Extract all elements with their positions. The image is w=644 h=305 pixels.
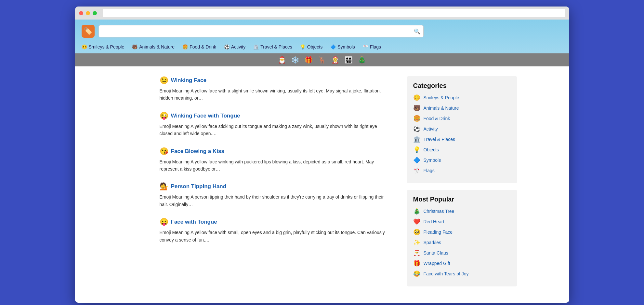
popular-santa-claus[interactable]: 🎅 Santa Claus — [413, 249, 511, 256]
cat-animals-emoji: 🐻 — [413, 104, 420, 112]
result-link-4[interactable]: Face with Tongue — [171, 219, 217, 225]
popular-pleading-face[interactable]: 🥺 Pleading Face — [413, 229, 511, 236]
search-input[interactable]: wink — [99, 25, 424, 37]
result-link-0[interactable]: Winking Face — [171, 77, 206, 84]
result-link-1[interactable]: Winking Face with Tongue — [171, 113, 240, 119]
sidebar-cat-smileys[interactable]: 😊 Smileys & People — [413, 94, 511, 101]
popular-emoji-4: 🎅 — [413, 249, 420, 256]
cat-flags-link[interactable]: Flags — [424, 168, 435, 173]
search-row: 🏷️ wink 🔍 — [82, 25, 563, 38]
smileys-emoji: 😊 — [82, 44, 87, 49]
sidebar-cat-symbols[interactable]: 🔷 Symbols — [413, 157, 511, 164]
maximize-button[interactable] — [93, 11, 97, 15]
main-nav: 😊 Smileys & People 🐻 Animals & Nature 🍔 … — [82, 42, 563, 53]
cat-objects-emoji: 💡 — [413, 146, 420, 153]
cat-activity-link[interactable]: Activity — [424, 126, 438, 132]
nav-flags[interactable]: 🎌 Flags — [363, 44, 381, 51]
result-link-2[interactable]: Face Blowing a Kiss — [171, 148, 224, 155]
popular-face-tears-joy[interactable]: 😂 Face with Tears of Joy — [413, 270, 511, 277]
search-box: wink 🔍 — [99, 25, 424, 37]
popular-emoji-1: ❤️ — [413, 218, 420, 225]
cat-travel-emoji: 🏛️ — [413, 136, 420, 143]
popular-red-heart[interactable]: ❤️ Red Heart — [413, 218, 511, 225]
popular-wrapped-gift[interactable]: 🎁 Wrapped Gift — [413, 260, 511, 267]
result-winking-face: 😉 Winking Face Emoji Meaning A yellow fa… — [160, 76, 387, 102]
popular-link-2[interactable]: Pleading Face — [424, 229, 453, 235]
nav-activity-label: Activity — [231, 44, 245, 49]
result-desc-2: Emoji Meaning A yellow face winking with… — [160, 158, 387, 173]
close-button[interactable] — [79, 11, 83, 15]
results-area: 😉 Winking Face Emoji Meaning A yellow fa… — [160, 76, 387, 293]
sidebar-cat-travel[interactable]: 🏛️ Travel & Places — [413, 136, 511, 143]
popular-title: Most Popular — [413, 196, 511, 203]
result-face-with-tongue: 😛 Face with Tongue Emoji Meaning A yello… — [160, 218, 387, 243]
popular-emoji-6: 😂 — [413, 270, 420, 277]
objects-emoji: 💡 — [300, 44, 306, 49]
cat-flags-emoji: 🎌 — [413, 167, 420, 174]
result-winking-face-tongue: 😜 Winking Face with Tongue Emoji Meaning… — [160, 112, 387, 137]
popular-link-3[interactable]: Sparkles — [424, 240, 441, 245]
activity-bar-emoji-1[interactable]: ❄️ — [291, 56, 299, 64]
result-emoji-3: 💁 — [160, 182, 168, 191]
popular-link-5[interactable]: Wrapped Gift — [424, 261, 450, 266]
popular-sparkles[interactable]: ✨ Sparkles — [413, 239, 511, 246]
popular-link-4[interactable]: Santa Claus — [424, 250, 448, 256]
minimize-button[interactable] — [86, 11, 90, 15]
cat-smileys-emoji: 😊 — [413, 94, 420, 101]
categories-box: Categories 😊 Smileys & People 🐻 Animals … — [407, 76, 517, 183]
activity-bar: 🎅 ❄️ 🎁 🦌 🤶 👨‍👩‍👧‍👦 🎄 — [75, 53, 569, 66]
popular-box: Most Popular 🎄 Christmas Tree ❤️ Red Hea… — [407, 190, 517, 286]
sidebar-cat-food[interactable]: 🍔 Food & Drink — [413, 115, 511, 122]
popular-link-1[interactable]: Red Heart — [424, 219, 444, 224]
cat-objects-link[interactable]: Objects — [424, 147, 439, 152]
sidebar-cat-objects[interactable]: 💡 Objects — [413, 146, 511, 153]
activity-bar-emoji-4[interactable]: 🤶 — [331, 56, 339, 64]
nav-smileys[interactable]: 😊 Smileys & People — [82, 44, 125, 51]
popular-link-0[interactable]: Christmas Tree — [424, 209, 454, 214]
cat-animals-link[interactable]: Animals & Nature — [424, 105, 459, 111]
result-desc-4: Emoji Meaning A yellow face with small, … — [160, 229, 387, 243]
result-emoji-1: 😜 — [160, 112, 168, 120]
popular-christmas-tree[interactable]: 🎄 Christmas Tree — [413, 208, 511, 215]
activity-bar-emoji-5[interactable]: 👨‍👩‍👧‍👦 — [345, 56, 353, 64]
result-desc-1: Emoji Meaning A yellow face sticking out… — [160, 123, 387, 137]
nav-food[interactable]: 🍔 Food & Drink — [182, 44, 216, 51]
cat-food-link[interactable]: Food & Drink — [424, 116, 450, 121]
search-button[interactable]: 🔍 — [414, 28, 420, 35]
result-title-4: 😛 Face with Tongue — [160, 218, 387, 226]
nav-smileys-label: Smileys & People — [89, 44, 125, 49]
travel-emoji: 🏛️ — [253, 44, 259, 49]
cat-food-emoji: 🍔 — [413, 115, 420, 122]
animals-emoji: 🐻 — [132, 44, 138, 49]
activity-bar-emoji-2[interactable]: 🎁 — [305, 56, 313, 64]
cat-symbols-link[interactable]: Symbols — [424, 158, 441, 163]
nav-animals[interactable]: 🐻 Animals & Nature — [132, 44, 175, 51]
popular-emoji-5: 🎁 — [413, 260, 420, 267]
nav-objects-label: Objects — [307, 44, 322, 49]
url-bar[interactable] — [103, 9, 565, 17]
cat-smileys-link[interactable]: Smileys & People — [424, 95, 459, 100]
nav-travel[interactable]: 🏛️ Travel & Places — [253, 44, 292, 51]
nav-activity[interactable]: ⚽ Activity — [224, 44, 245, 51]
cat-symbols-emoji: 🔷 — [413, 157, 420, 164]
result-title-3: 💁 Person Tipping Hand — [160, 182, 387, 191]
activity-bar-emoji-6[interactable]: 🎄 — [358, 56, 366, 64]
flags-emoji: 🎌 — [363, 44, 368, 49]
sidebar-cat-activity[interactable]: ⚽ Activity — [413, 125, 511, 132]
cat-travel-link[interactable]: Travel & Places — [424, 137, 455, 142]
symbols-emoji: 🔷 — [330, 44, 336, 49]
result-desc-0: Emoji Meaning A yellow face with a sligh… — [160, 87, 387, 102]
sidebar-cat-flags[interactable]: 🎌 Flags — [413, 167, 511, 174]
popular-link-6[interactable]: Face with Tears of Joy — [424, 271, 469, 276]
activity-bar-emoji-0[interactable]: 🎅 — [278, 56, 286, 64]
cat-activity-emoji: ⚽ — [413, 125, 420, 132]
popular-emoji-0: 🎄 — [413, 208, 420, 215]
sidebar-cat-animals[interactable]: 🐻 Animals & Nature — [413, 104, 511, 112]
result-title-1: 😜 Winking Face with Tongue — [160, 112, 387, 120]
categories-title: Categories — [413, 82, 511, 90]
result-link-3[interactable]: Person Tipping Hand — [171, 183, 227, 190]
nav-animals-label: Animals & Nature — [139, 44, 175, 49]
nav-symbols[interactable]: 🔷 Symbols — [330, 44, 355, 51]
activity-bar-emoji-3[interactable]: 🦌 — [318, 56, 326, 64]
nav-objects[interactable]: 💡 Objects — [300, 44, 322, 51]
